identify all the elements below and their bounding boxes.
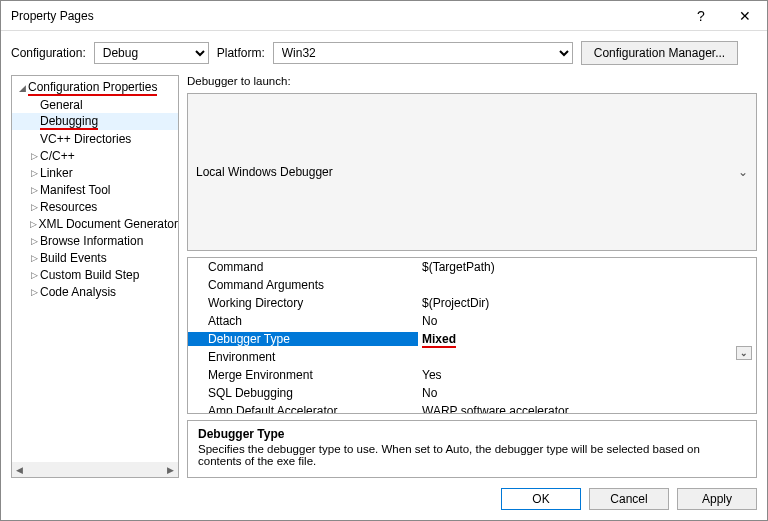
property-name: Debugger Type [188,332,418,346]
grid-row-sql-debugging[interactable]: SQL DebuggingNo [188,384,756,402]
help-icon[interactable]: ? [679,1,723,31]
property-value[interactable]: Yes [418,368,756,382]
debugger-launch-select[interactable]: Local Windows Debugger [187,93,757,251]
property-value-text: $(ProjectDir) [422,296,489,310]
property-name: Command [188,260,418,274]
property-value[interactable]: WARP software accelerator [418,404,756,415]
tree-item-label: Browse Information [40,234,143,248]
expand-icon[interactable]: ▷ [28,270,40,280]
grid-row-working-directory[interactable]: Working Directory$(ProjectDir) [188,294,756,312]
help-text: Specifies the debugger type to use. When… [198,443,746,467]
tree-item-custom-build-step[interactable]: ▷Custom Build Step [12,266,178,283]
apply-button[interactable]: Apply [677,488,757,510]
property-name: Environment [188,350,418,364]
help-title: Debugger Type [198,427,746,441]
debugger-launch-label: Debugger to launch: [187,75,291,87]
property-value[interactable]: No [418,314,756,328]
expand-icon[interactable]: ▷ [28,236,40,246]
platform-label: Platform: [217,46,265,60]
scroll-left-icon[interactable]: ◀ [12,462,27,477]
scroll-right-icon[interactable]: ▶ [163,462,178,477]
expand-icon[interactable]: ▷ [28,253,40,263]
close-icon[interactable]: ✕ [723,1,767,31]
tree-item-label: Resources [40,200,97,214]
property-value-text: Mixed [422,332,456,348]
tree-item-label: Custom Build Step [40,268,139,282]
chevron-down-icon[interactable]: ⌄ [736,346,752,360]
expand-icon[interactable]: ▷ [28,168,40,178]
property-name: Amp Default Accelerator [188,404,418,415]
grid-row-amp-default-accelerator[interactable]: Amp Default AcceleratorWARP software acc… [188,402,756,415]
cancel-button[interactable]: Cancel [589,488,669,510]
grid-row-debugger-type[interactable]: Debugger TypeMixed⌄ [188,330,756,348]
configuration-row: Configuration: Debug Platform: Win32 Con… [1,31,767,75]
tree-item-label: VC++ Directories [40,132,131,146]
configuration-manager-button[interactable]: Configuration Manager... [581,41,738,65]
property-name: Command Arguments [188,278,418,292]
tree-item-label: XML Document Generator [38,217,178,231]
property-grid[interactable]: Command$(TargetPath)Command ArgumentsWor… [187,257,757,415]
tree-item-general[interactable]: General [12,96,178,113]
property-name: SQL Debugging [188,386,418,400]
property-value-text: WARP software accelerator [422,404,569,415]
expand-icon[interactable]: ▷ [28,185,40,195]
expand-icon[interactable]: ▷ [28,151,40,161]
tree-item-resources[interactable]: ▷Resources [12,198,178,215]
tree-item-label: Configuration Properties [28,80,157,96]
property-value-text: No [422,314,437,328]
property-value-text: No [422,386,437,400]
expand-icon[interactable]: ▷ [28,287,40,297]
property-value[interactable]: No [418,386,756,400]
property-value-text: $(TargetPath) [422,260,495,274]
tree-item-xml-document-generator[interactable]: ▷XML Document Generator [12,215,178,232]
tree-item-c-c-[interactable]: ▷C/C++ [12,147,178,164]
help-panel: Debugger Type Specifies the debugger typ… [187,420,757,478]
tree-item-label: Code Analysis [40,285,116,299]
tree-item-label: Linker [40,166,73,180]
platform-select[interactable]: Win32 [273,42,573,64]
tree-item-browse-information[interactable]: ▷Browse Information [12,232,178,249]
property-value[interactable]: $(TargetPath) [418,260,756,274]
tree-item-debugging[interactable]: Debugging [12,113,178,130]
ok-button[interactable]: OK [501,488,581,510]
dialog-buttons: OK Cancel Apply [1,478,767,520]
grid-row-command[interactable]: Command$(TargetPath) [188,258,756,276]
titlebar: Property Pages ? ✕ [1,1,767,31]
configuration-label: Configuration: [11,46,86,60]
collapse-icon[interactable]: ◢ [16,83,28,93]
grid-row-attach[interactable]: AttachNo [188,312,756,330]
property-name: Working Directory [188,296,418,310]
tree-item-linker[interactable]: ▷Linker [12,164,178,181]
property-name: Attach [188,314,418,328]
window-title: Property Pages [11,9,679,23]
horizontal-scrollbar[interactable]: ◀ ▶ [12,462,178,477]
expand-icon[interactable]: ▷ [28,219,38,229]
grid-row-merge-environment[interactable]: Merge EnvironmentYes [188,366,756,384]
configuration-select[interactable]: Debug [94,42,209,64]
tree-item-label: Debugging [40,114,98,130]
expand-icon[interactable]: ▷ [28,202,40,212]
property-name: Merge Environment [188,368,418,382]
tree-item-label: General [40,98,83,112]
tree-item-code-analysis[interactable]: ▷Code Analysis [12,283,178,300]
property-value-text: Yes [422,368,442,382]
grid-row-environment[interactable]: Environment [188,348,756,366]
tree-item-configuration-properties[interactable]: ◢Configuration Properties [12,79,178,96]
property-tree[interactable]: ◢Configuration PropertiesGeneralDebuggin… [11,75,179,478]
tree-item-label: C/C++ [40,149,75,163]
tree-item-manifest-tool[interactable]: ▷Manifest Tool [12,181,178,198]
grid-row-command-arguments[interactable]: Command Arguments [188,276,756,294]
tree-item-label: Manifest Tool [40,183,110,197]
property-value[interactable]: Mixed⌄ [418,332,756,346]
tree-item-label: Build Events [40,251,107,265]
tree-item-vc-directories[interactable]: VC++ Directories [12,130,178,147]
debugger-launch-value: Local Windows Debugger [196,165,333,179]
property-value[interactable]: $(ProjectDir) [418,296,756,310]
tree-item-build-events[interactable]: ▷Build Events [12,249,178,266]
